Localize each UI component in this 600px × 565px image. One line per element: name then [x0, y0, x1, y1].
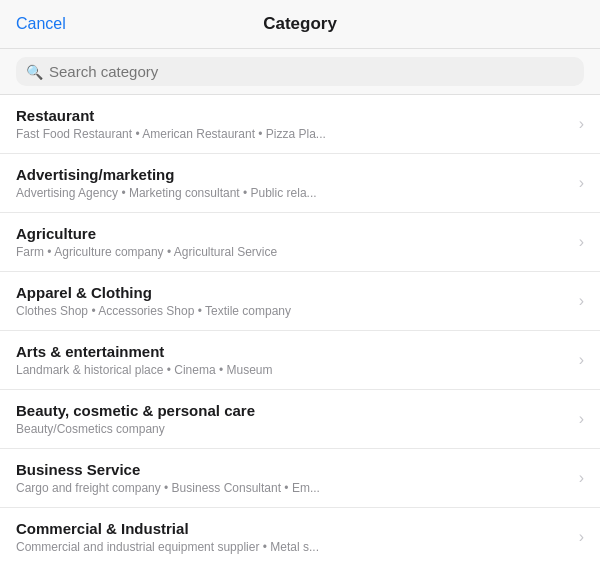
chevron-right-icon: ›	[579, 469, 584, 487]
category-text: Restaurant Fast Food Restaurant • Americ…	[16, 107, 579, 141]
category-name: Advertising/marketing	[16, 166, 569, 183]
chevron-right-icon: ›	[579, 292, 584, 310]
list-item[interactable]: Advertising/marketing Advertising Agency…	[0, 154, 600, 213]
category-text: Business Service Cargo and freight compa…	[16, 461, 579, 495]
category-name: Beauty, cosmetic & personal care	[16, 402, 569, 419]
category-text: Commercial & Industrial Commercial and i…	[16, 520, 579, 554]
category-name: Apparel & Clothing	[16, 284, 569, 301]
page-title: Category	[263, 14, 337, 34]
list-item[interactable]: Restaurant Fast Food Restaurant • Americ…	[0, 95, 600, 154]
list-item[interactable]: Agriculture Farm • Agriculture company •…	[0, 213, 600, 272]
category-name: Commercial & Industrial	[16, 520, 569, 537]
category-text: Apparel & Clothing Clothes Shop • Access…	[16, 284, 579, 318]
list-item[interactable]: Commercial & Industrial Commercial and i…	[0, 508, 600, 565]
search-input[interactable]	[49, 63, 574, 80]
category-subcategories: Landmark & historical place • Cinema • M…	[16, 363, 446, 377]
chevron-right-icon: ›	[579, 528, 584, 546]
category-text: Beauty, cosmetic & personal care Beauty/…	[16, 402, 579, 436]
category-name: Business Service	[16, 461, 569, 478]
category-subcategories: Beauty/Cosmetics company	[16, 422, 446, 436]
search-icon: 🔍	[26, 64, 43, 80]
category-list: Restaurant Fast Food Restaurant • Americ…	[0, 95, 600, 565]
chevron-right-icon: ›	[579, 174, 584, 192]
search-bar: 🔍	[0, 49, 600, 95]
chevron-right-icon: ›	[579, 351, 584, 369]
category-subcategories: Cargo and freight company • Business Con…	[16, 481, 446, 495]
category-subcategories: Farm • Agriculture company • Agricultura…	[16, 245, 446, 259]
category-subcategories: Commercial and industrial equipment supp…	[16, 540, 446, 554]
category-text: Arts & entertainment Landmark & historic…	[16, 343, 579, 377]
chevron-right-icon: ›	[579, 410, 584, 428]
list-item[interactable]: Beauty, cosmetic & personal care Beauty/…	[0, 390, 600, 449]
category-subcategories: Advertising Agency • Marketing consultan…	[16, 186, 446, 200]
chevron-right-icon: ›	[579, 115, 584, 133]
category-name: Arts & entertainment	[16, 343, 569, 360]
category-text: Agriculture Farm • Agriculture company •…	[16, 225, 579, 259]
header: Cancel Category	[0, 0, 600, 49]
chevron-right-icon: ›	[579, 233, 584, 251]
category-subcategories: Fast Food Restaurant • American Restaura…	[16, 127, 446, 141]
list-item[interactable]: Business Service Cargo and freight compa…	[0, 449, 600, 508]
list-item[interactable]: Apparel & Clothing Clothes Shop • Access…	[0, 272, 600, 331]
category-name: Restaurant	[16, 107, 569, 124]
category-subcategories: Clothes Shop • Accessories Shop • Textil…	[16, 304, 446, 318]
category-text: Advertising/marketing Advertising Agency…	[16, 166, 579, 200]
cancel-button[interactable]: Cancel	[16, 15, 66, 33]
category-name: Agriculture	[16, 225, 569, 242]
list-item[interactable]: Arts & entertainment Landmark & historic…	[0, 331, 600, 390]
